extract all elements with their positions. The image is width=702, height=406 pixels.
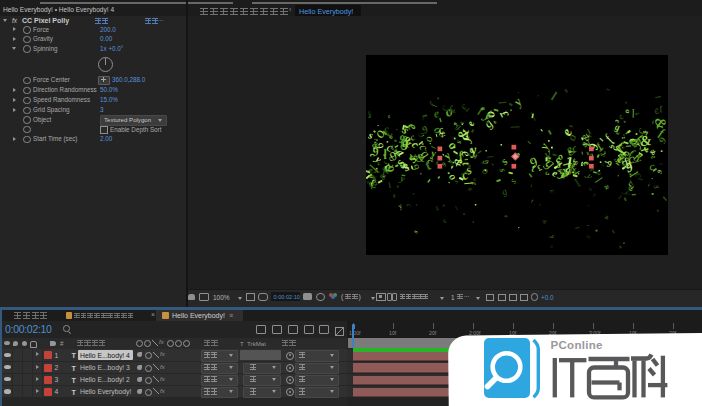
svg-text:e: e [427, 99, 434, 106]
svg-text:f: f [511, 124, 523, 132]
svg-text:s: s [497, 154, 511, 168]
svg-text:y: y [398, 172, 407, 184]
svg-text:c: c [448, 135, 454, 139]
svg-text:l: l [574, 226, 580, 230]
svg-text:l: l [387, 181, 393, 190]
svg-text:s: s [585, 185, 594, 193]
svg-text:£: £ [458, 102, 472, 115]
svg-text:s: s [451, 177, 460, 186]
svg-text:t: t [531, 198, 535, 204]
svg-text:e: e [386, 112, 392, 120]
svg-text:t: t [658, 162, 664, 166]
svg-text:l: l [453, 205, 459, 212]
svg-text:s: s [420, 113, 426, 122]
svg-text:e: e [558, 126, 575, 138]
svg-text:&: & [563, 142, 580, 159]
svg-text:s: s [507, 176, 518, 186]
svg-text:o: o [550, 243, 553, 249]
svg-text:&: & [604, 214, 609, 221]
svg-text:e: e [465, 120, 477, 127]
svg-text:y: y [541, 147, 553, 163]
svg-text:&: & [541, 218, 549, 225]
svg-text:e: e [439, 217, 449, 225]
svg-text:t: t [617, 192, 624, 201]
svg-text:l: l [631, 107, 636, 120]
svg-text:s: s [562, 87, 570, 96]
svg-text:PConline: PConline [551, 339, 603, 351]
svg-text:y: y [549, 232, 557, 239]
svg-text:s: s [618, 244, 622, 249]
svg-text:f: f [655, 95, 662, 100]
svg-text:y: y [509, 95, 525, 110]
svg-text:g: g [500, 186, 509, 197]
svg-text:c: c [404, 202, 414, 209]
svg-text:l: l [496, 99, 508, 105]
svg-text:y: y [396, 202, 405, 211]
svg-text:s: s [489, 160, 495, 168]
svg-text:&: & [603, 184, 611, 192]
svg-text:l: l [572, 177, 584, 190]
svg-text:£: £ [433, 204, 440, 212]
svg-text:g: g [504, 213, 510, 218]
svg-text:c: c [548, 188, 558, 196]
svg-text:s: s [411, 229, 419, 235]
svg-text:9: 9 [466, 186, 473, 193]
svg-text:l: l [549, 88, 558, 103]
svg-text:s: s [583, 233, 592, 240]
svg-text:&: & [652, 116, 668, 132]
svg-text:l: l [485, 154, 495, 160]
svg-text:9: 9 [656, 136, 668, 145]
